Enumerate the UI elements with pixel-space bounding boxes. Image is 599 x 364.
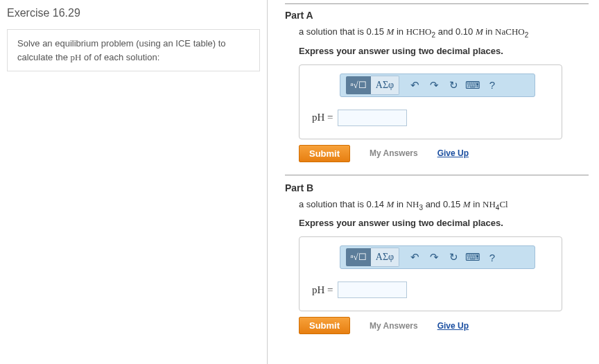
- problem-panel: Exercise 16.29 Solve an equilibrium prob…: [0, 0, 267, 364]
- ph-label: pH =: [312, 284, 333, 296]
- help-icon[interactable]: ?: [483, 248, 502, 266]
- my-answers-link[interactable]: My Answers: [370, 321, 418, 331]
- reset-icon[interactable]: ↻: [444, 76, 463, 94]
- part-a-description: a solution that is 0.15 M in HCHO2 and 0…: [299, 26, 589, 39]
- divider: [285, 175, 589, 175]
- help-icon[interactable]: ?: [483, 76, 502, 94]
- greek-letters-button[interactable]: ΑΣφ: [371, 248, 399, 267]
- undo-icon[interactable]: ↶: [405, 76, 424, 94]
- keyboard-icon[interactable]: ⌨: [463, 248, 483, 266]
- part-a-instruction: Express your answer using two decimal pl…: [299, 46, 589, 56]
- part-b-instruction: Express your answer using two decimal pl…: [299, 218, 589, 228]
- part-b-answer-box: ⁿ√☐ ΑΣφ ↶ ↷ ↻ ⌨ ? pH =: [299, 236, 562, 311]
- exercise-title: Exercise 16.29: [7, 7, 260, 19]
- keyboard-icon[interactable]: ⌨: [463, 76, 483, 94]
- give-up-link[interactable]: Give Up: [437, 321, 469, 331]
- answer-panel: Part A a solution that is 0.15 M in HCHO…: [267, 0, 599, 364]
- undo-icon[interactable]: ↶: [405, 248, 424, 266]
- math-templates-button[interactable]: ⁿ√☐: [346, 76, 371, 94]
- equation-toolbar: ⁿ√☐ ΑΣφ ↶ ↷ ↻ ⌨ ?: [340, 73, 535, 97]
- part-b-title: Part B: [285, 182, 589, 193]
- redo-icon[interactable]: ↷: [424, 248, 444, 266]
- part-a-answer-box: ⁿ√☐ ΑΣφ ↶ ↷ ↻ ⌨ ? pH =: [299, 64, 562, 139]
- greek-letters-button[interactable]: ΑΣφ: [371, 76, 399, 95]
- submit-button[interactable]: Submit: [299, 145, 350, 162]
- divider: [285, 3, 589, 4]
- part-b-description: a solution that is 0.14 M in NH3 and 0.1…: [299, 199, 589, 211]
- problem-instruction: Solve an equilibrium problem (using an I…: [7, 29, 260, 71]
- reset-icon[interactable]: ↻: [444, 248, 463, 266]
- give-up-link[interactable]: Give Up: [437, 148, 469, 158]
- my-answers-link[interactable]: My Answers: [370, 148, 418, 158]
- equation-toolbar: ⁿ√☐ ΑΣφ ↶ ↷ ↻ ⌨ ?: [340, 245, 535, 269]
- submit-button[interactable]: Submit: [299, 317, 350, 334]
- math-templates-button[interactable]: ⁿ√☐: [346, 248, 371, 266]
- ph-input[interactable]: [338, 110, 407, 126]
- part-a-title: Part A: [285, 10, 589, 21]
- ph-label: pH =: [312, 112, 333, 123]
- ph-input[interactable]: [338, 281, 407, 298]
- redo-icon[interactable]: ↷: [424, 76, 444, 94]
